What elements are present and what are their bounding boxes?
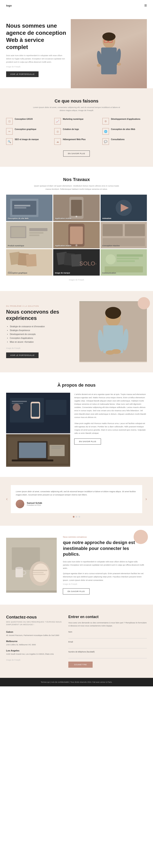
about-image-bottom xyxy=(6,434,70,467)
design-image xyxy=(6,538,57,593)
dot-2[interactable] xyxy=(76,516,77,518)
service-item-7: 🔍 SEO et image de marque xyxy=(6,138,51,145)
services-cta-button[interactable]: EN SAVOIR PLUS xyxy=(63,151,90,157)
svg-rect-85 xyxy=(32,574,46,575)
svg-rect-28 xyxy=(29,235,40,236)
design-text: Nous sommes convaincus que notre approch… xyxy=(63,536,145,594)
svg-rect-49 xyxy=(117,254,143,257)
work-item-4[interactable]: Produit numérique xyxy=(6,222,52,248)
exp-list-item-3: Développement de concepts xyxy=(10,332,71,336)
office-la-city: Los Angeles xyxy=(6,649,62,652)
svg-rect-56 xyxy=(103,326,123,353)
services-subtitle: Lorem ipsum dolor sit amet, consectetur … xyxy=(32,106,121,112)
office-melbourne-city: Melbourne xyxy=(6,640,62,643)
hero-img-credit: Image de Freepik xyxy=(6,66,67,68)
about-images xyxy=(6,393,70,467)
design-text-1: Duis aute irure dolor in reprehenderit i… xyxy=(63,560,145,570)
work-label-3: Animation xyxy=(102,217,111,219)
svg-rect-25 xyxy=(11,227,25,237)
work-label-4: Produit numérique xyxy=(8,245,24,247)
work-label-7: Conception graphique xyxy=(8,272,27,274)
svg-rect-65 xyxy=(12,403,23,404)
svg-rect-72 xyxy=(19,442,46,458)
testimonial-inner: ‹ Lorem ipsum dolor sit amet, consectetu… xyxy=(6,485,147,513)
svg-point-9 xyxy=(117,63,121,66)
form-phone-input[interactable] xyxy=(68,653,147,658)
svg-point-18 xyxy=(76,216,77,217)
work-label-1: Conception de site Web xyxy=(8,217,29,219)
hero-cta-button[interactable]: VOIR LE PORTEFEUILLE xyxy=(6,71,39,77)
work-item-9[interactable]: Communication xyxy=(101,249,147,276)
svg-point-82 xyxy=(16,567,23,569)
form-email-input[interactable] xyxy=(68,644,147,648)
dot-3[interactable] xyxy=(79,516,80,518)
svg-rect-63 xyxy=(46,400,67,415)
service-icon-8: ☁ xyxy=(54,138,61,145)
work-item-8[interactable]: SOLO· Image de marque xyxy=(53,249,100,276)
work-label-8: Image de marque xyxy=(55,272,70,274)
testimonial-dots xyxy=(6,516,147,518)
work-item-1[interactable]: Conception de site Web xyxy=(6,195,52,221)
hero-title: Nous sommes une agence de conception Web… xyxy=(6,22,67,51)
svg-point-4 xyxy=(102,32,116,41)
service-item-1: ⊡ Conception UX/UX xyxy=(6,118,51,124)
work-item-3[interactable]: ANIMATION Animation xyxy=(101,195,147,221)
experience-cta-button[interactable]: VOIR LE PORTEFEUILLE xyxy=(6,352,39,358)
experience-list: Stratégie de croissance et d'innovation … xyxy=(6,324,71,344)
svg-rect-84 xyxy=(32,572,44,573)
svg-point-55 xyxy=(105,307,121,319)
form-name-input[interactable] xyxy=(68,633,147,639)
svg-rect-5 xyxy=(101,48,117,74)
navigation: logo ≡ xyxy=(0,0,153,11)
office-la-address: 1100 South Grand Ave, Los Angeles CA 900… xyxy=(6,653,62,655)
exp-circle xyxy=(138,297,150,309)
about-cta-button[interactable]: EN SAVOIR PLUS xyxy=(74,438,101,444)
testimonial-section: ‹ Lorem ipsum dolor sit amet, consectetu… xyxy=(0,477,153,526)
form-name-label: Nom xyxy=(68,631,147,633)
work-item-5[interactable]: Application mobile xyxy=(53,222,100,248)
svg-rect-35 xyxy=(125,224,145,236)
service-title-2: Marketing numérique xyxy=(63,118,83,120)
author-avatar xyxy=(16,500,24,508)
work-grid: Conception de site Web Application mobil… xyxy=(6,195,147,276)
work-img-credit: Images de Freepik xyxy=(6,279,147,281)
contact-section: Contactez-nous DES QUESTIONS OU DES REMA… xyxy=(0,604,153,678)
work-label-6: Conception réactive xyxy=(102,245,120,247)
design-title: que notre approche du design est inestim… xyxy=(63,540,145,557)
work-subtitle: Quam quisque id diam vel quam elementum.… xyxy=(32,184,121,190)
svg-point-48 xyxy=(105,254,116,264)
about-text-1: L'article devient est et arcu egestas qu… xyxy=(74,393,147,419)
hamburger-icon[interactable]: ≡ xyxy=(144,3,147,8)
work-item-2[interactable]: Application mobile xyxy=(53,195,100,221)
hero-description: Duis aute irure dolor in reprehenderit i… xyxy=(6,54,67,64)
about-section: À propos de nous xyxy=(0,372,153,477)
contact-subtitle: DES QUESTIONS OU DES REMARQUES ? ÉCRIVEZ… xyxy=(6,621,62,626)
next-arrow[interactable]: › xyxy=(146,496,147,502)
prev-arrow[interactable]: ‹ xyxy=(6,496,7,502)
svg-rect-83 xyxy=(32,570,48,571)
services-section: Ce que nous faisons Lorem ipsum dolor si… xyxy=(0,88,153,167)
design-cta-button[interactable]: EN SAVOIR PLUS xyxy=(63,588,90,594)
dot-1[interactable] xyxy=(73,516,74,518)
work-item-7[interactable]: SOLO· Conception graphique xyxy=(6,249,52,276)
work-item-6[interactable]: Conception réactive xyxy=(101,222,147,248)
svg-rect-13 xyxy=(14,205,30,207)
form-email-label: Email xyxy=(68,641,147,643)
service-title-7: SEO et image de marque xyxy=(15,138,39,141)
exp-list-item-5: Mise en œuvre +formation xyxy=(10,340,71,344)
design-img-credit: Image de Freepik xyxy=(63,583,145,585)
service-title-3: Développement d'applications xyxy=(111,118,141,120)
svg-text:SOLO·: SOLO· xyxy=(80,260,97,267)
svg-point-66 xyxy=(12,404,20,411)
contact-right-text: Vous avez une demande ou des commentaire… xyxy=(68,621,147,627)
service-title-1: Conception UX/UX xyxy=(15,118,33,120)
svg-rect-40 xyxy=(26,254,36,267)
design-eyebrow: Nous sommes convaincus xyxy=(63,536,145,538)
work-title: Nos Travaux xyxy=(6,177,147,182)
submit-button[interactable]: SOUMETTRE xyxy=(68,661,93,668)
design-image-wrap xyxy=(6,538,57,593)
service-title-8: Hébergement Web Plus xyxy=(63,138,86,141)
logo[interactable]: logo xyxy=(6,4,11,7)
svg-rect-81 xyxy=(16,568,23,578)
experience-section: DU PROBLÈME À LA SOLUTION Nous concevons… xyxy=(0,291,153,372)
